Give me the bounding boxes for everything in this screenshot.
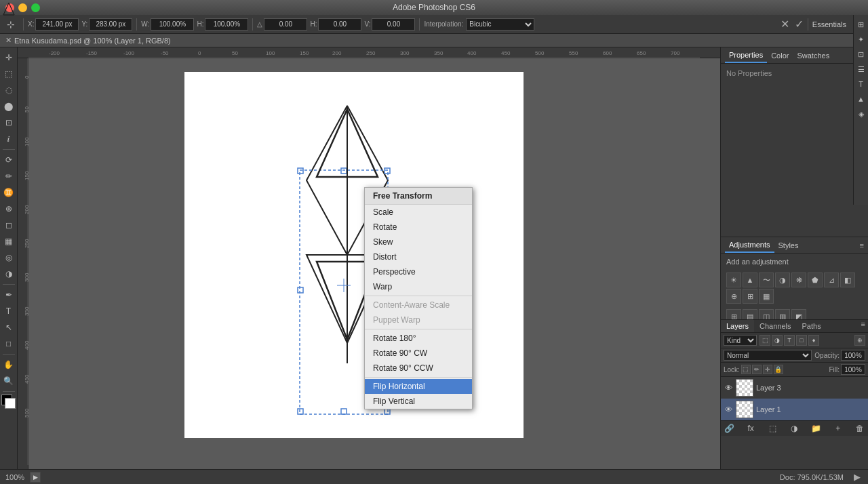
shape-tool[interactable]: □	[1, 336, 16, 351]
fill-input[interactable]	[841, 364, 865, 375]
cm-rotate[interactable]: Rotate	[365, 220, 472, 235]
rotate-input[interactable]	[264, 18, 307, 31]
cancel-transform-icon[interactable]: ✕	[781, 18, 789, 31]
clone-stamp-tool[interactable]: ♊	[1, 185, 16, 200]
tab-adjustments[interactable]: Adjustments	[725, 237, 774, 253]
adj-color-balance[interactable]: ⊿	[824, 273, 839, 287]
cm-rotate90cw[interactable]: Rotate 90° CW	[365, 346, 472, 361]
prop-icon-4[interactable]: ☰	[854, 62, 868, 76]
cm-perspective[interactable]: Perspective	[365, 264, 472, 279]
prop-icon-7[interactable]: ◈	[854, 107, 868, 121]
hand-tool[interactable]: ✋	[1, 357, 16, 372]
tab-layers[interactable]: Layers	[721, 320, 754, 332]
adj-options-icon[interactable]: ≡	[860, 241, 864, 249]
move-tool-btn[interactable]: ⊹	[3, 16, 19, 33]
cm-warp[interactable]: Warp	[365, 279, 472, 294]
layer-fx-btn[interactable]: fx	[745, 423, 756, 434]
layer-3-eye[interactable]: 👁	[724, 383, 733, 392]
layers-options-icon[interactable]: ≡	[859, 320, 868, 332]
cm-rotate180[interactable]: Rotate 180°	[365, 331, 472, 346]
doc-tab-close[interactable]: ✕	[5, 36, 12, 45]
eraser-tool[interactable]: ◻	[1, 218, 16, 233]
filter-shape-icon[interactable]: □	[796, 335, 807, 346]
brush-tool[interactable]: ✏	[1, 169, 16, 184]
cm-rotate90ccw[interactable]: Rotate 90° CCW	[365, 361, 472, 376]
tab-styles[interactable]: Styles	[774, 237, 803, 253]
adj-invert[interactable]: ⊞	[726, 309, 741, 320]
filter-pixel-icon[interactable]: ⬚	[760, 335, 770, 346]
adj-exposure[interactable]: ◑	[775, 273, 790, 287]
v-skew-input[interactable]	[372, 18, 415, 31]
adj-vibrance[interactable]: ❋	[791, 273, 806, 287]
tab-properties[interactable]: Properties	[725, 47, 767, 63]
lock-position-icon[interactable]: ✛	[763, 365, 772, 374]
spot-heal-tool[interactable]: ⟳	[1, 153, 16, 167]
opacity-input[interactable]	[841, 350, 865, 361]
h-input[interactable]	[205, 18, 248, 31]
type-tool[interactable]: T	[1, 304, 16, 319]
dodge-tool[interactable]: ◑	[1, 266, 16, 281]
tab-swatches[interactable]: Swatches	[793, 47, 833, 63]
filter-adj-icon[interactable]: ◑	[772, 335, 783, 346]
layer-item-1[interactable]: 👁 Layer 1	[721, 399, 868, 420]
cm-distort[interactable]: Distort	[365, 249, 472, 264]
h-skew-input[interactable]	[318, 18, 361, 31]
history-brush-tool[interactable]: ⊕	[1, 201, 16, 216]
layer-new-btn[interactable]: +	[833, 423, 844, 434]
prop-icon-6[interactable]: ▲	[854, 92, 868, 106]
adj-curves[interactable]: 〜	[759, 273, 774, 287]
adj-gradient-map[interactable]: ▥	[775, 309, 790, 320]
lock-pixels-icon[interactable]: ✏	[752, 365, 762, 374]
tab-color[interactable]: Color	[767, 47, 793, 63]
layer-link-btn[interactable]: 🔗	[724, 423, 734, 434]
status-arrow-btn[interactable]: ▶	[852, 472, 863, 483]
minimize-button[interactable]	[18, 3, 27, 12]
filter-toggle-icon[interactable]: ⊕	[854, 335, 865, 346]
prop-icon-2[interactable]: ✦	[854, 33, 868, 46]
path-select-tool[interactable]: ↖	[1, 320, 16, 335]
adj-brightness[interactable]: ☀	[726, 273, 741, 287]
filter-smart-icon[interactable]: ♦	[808, 335, 819, 346]
prop-icon-5[interactable]: T	[854, 77, 868, 91]
cm-flip-horizontal[interactable]: Flip Horizontal	[365, 379, 472, 394]
lock-all-icon[interactable]: 🔒	[774, 365, 783, 374]
adj-hsl[interactable]: ⬟	[808, 273, 823, 287]
layer-group-btn[interactable]: 📁	[811, 423, 822, 434]
layer-delete-btn[interactable]: 🗑	[854, 423, 865, 434]
prop-icon-1[interactable]: ⊞	[854, 18, 868, 31]
layer-mask-btn[interactable]: ⬚	[767, 423, 778, 434]
adj-levels[interactable]: ▲	[743, 273, 757, 287]
adj-color-lookup[interactable]: ▦	[759, 289, 774, 304]
adj-posterize[interactable]: ▤	[743, 309, 757, 320]
confirm-transform-icon[interactable]: ✓	[795, 18, 804, 31]
adj-threshold[interactable]: ◫	[759, 309, 774, 320]
document-canvas[interactable]: Free Transform Scale Rotate Skew Distort…	[184, 72, 524, 438]
interpolation-select[interactable]: Bicubic Bilinear Nearest Neighbor	[466, 18, 534, 31]
cm-scale[interactable]: Scale	[365, 205, 472, 220]
lock-transparent-icon[interactable]: ⬚	[741, 365, 751, 374]
cm-skew[interactable]: Skew	[365, 235, 472, 249]
adj-photo-filter[interactable]: ⊕	[726, 289, 741, 304]
marquee-tool[interactable]: ⬚	[1, 66, 16, 81]
crop-tool[interactable]: ⊡	[1, 115, 16, 130]
y-input[interactable]	[89, 18, 132, 31]
cm-flip-vertical[interactable]: Flip Vertical	[365, 394, 472, 409]
filter-type-icon[interactable]: T	[784, 335, 795, 346]
layers-filter-select[interactable]: Kind Name Effect	[724, 335, 757, 346]
gradient-tool[interactable]: ▦	[1, 234, 16, 249]
history-btn[interactable]: ▶	[30, 472, 41, 483]
layer-1-eye[interactable]: 👁	[724, 405, 733, 414]
tab-paths[interactable]: Paths	[797, 320, 827, 332]
background-swatch[interactable]	[5, 398, 16, 409]
lasso-tool[interactable]: ◌	[1, 83, 16, 98]
layer-mode-select[interactable]: Normal Multiply Screen	[724, 350, 812, 361]
maximize-button[interactable]	[31, 3, 40, 12]
eyedropper-tool[interactable]: 𝒊	[1, 132, 16, 146]
move-tool[interactable]: ✛	[1, 50, 16, 65]
blur-tool[interactable]: ◎	[1, 250, 16, 265]
quick-select-tool[interactable]: ⬤	[1, 99, 16, 114]
layer-item-3[interactable]: 👁 Layer 3	[721, 377, 868, 399]
adj-bw[interactable]: ◧	[840, 273, 855, 287]
tab-channels[interactable]: Channels	[754, 320, 796, 332]
pen-tool[interactable]: ✒	[1, 287, 16, 302]
